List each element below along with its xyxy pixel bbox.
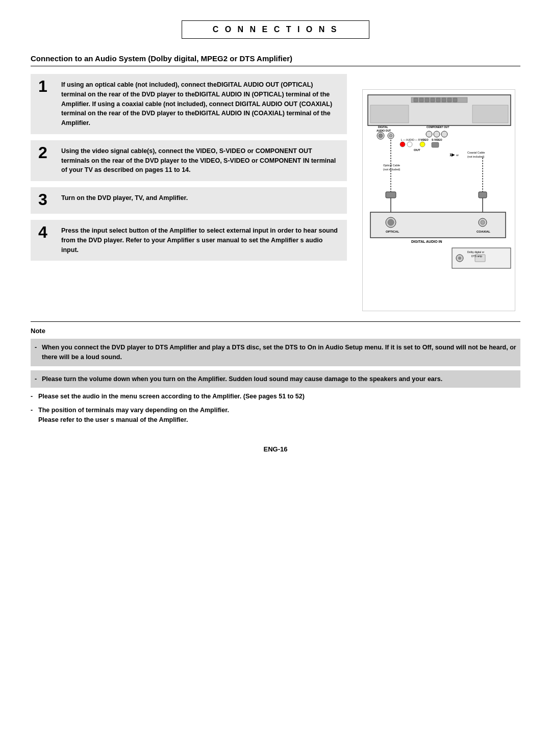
svg-point-24 [407,142,412,147]
svg-rect-4 [425,98,429,102]
page-header: C O N N E C T I O N S [31,20,520,39]
svg-point-20 [434,131,440,137]
svg-point-46 [481,220,485,224]
svg-text:or: or [456,154,459,157]
main-content: 1 If using an optical cable (not include… [31,74,520,311]
svg-text:VIDEO: VIDEO [420,138,429,141]
svg-text:COAXIAL: COAXIAL [477,230,490,233]
svg-text:Optical Cable: Optical Cable [383,164,400,167]
left-column: 1 If using an optical cable (not include… [31,74,347,311]
svg-text:OUT: OUT [414,148,420,152]
svg-text:Dolby digital or: Dolby digital or [467,250,484,254]
svg-rect-11 [472,105,508,123]
note-item-1: When you connect the DVD player to DTS A… [31,339,520,366]
svg-text:L — AUDIO — R: L — AUDIO — R [401,138,420,141]
svg-text:AUDIO OUT: AUDIO OUT [377,129,391,132]
svg-rect-9 [453,98,457,102]
svg-rect-6 [436,98,440,102]
svg-point-44 [388,219,394,225]
step-4-number: 4 [38,224,54,255]
svg-rect-39 [479,192,487,198]
right-column: DIGITAL AUDIO OUT COMPONENT OUT L — AUDI… [357,74,520,311]
step-4-text: Press the input select button of the Amp… [61,226,339,255]
svg-text:1▶: 1▶ [449,153,455,157]
step-1-block: 1 If using an optical cable (not include… [31,74,347,134]
svg-point-26 [420,142,425,147]
svg-rect-10 [370,105,409,123]
svg-rect-5 [431,98,435,102]
section-heading: Connection to an Audio System (Dolby dig… [31,54,520,66]
svg-point-23 [400,142,405,147]
step-4-block: 4 Press the input select button of the A… [31,220,347,261]
svg-rect-8 [447,98,452,102]
step-1-text: If using an optical cable (not included)… [61,80,339,128]
svg-point-19 [426,131,432,137]
svg-rect-28 [432,142,439,147]
connection-diagram: DIGITAL AUDIO OUT COMPONENT OUT L — AUDI… [362,89,515,311]
note-item-2: Please turn the volume down when you tur… [31,370,520,388]
note-item-4: The position of terminals may vary depen… [31,406,520,425]
step-3-text: Turn on the DVD player, TV, and Amplifie… [61,193,188,208]
page-number: ENG-16 [31,445,520,453]
step-2-block: 2 Using the video signal cable(s), conne… [31,140,347,181]
svg-text:DTS amp: DTS amp [471,255,482,258]
svg-text:COMPONENT OUT: COMPONENT OUT [427,125,449,129]
connections-title: C O N N E C T I O N S [182,20,370,39]
step-1-number: 1 [38,78,54,128]
svg-text:S-VIDEO: S-VIDEO [432,138,442,141]
step-2-text: Using the video signal cable(s), connect… [61,146,339,175]
svg-text:OPTICAL: OPTICAL [386,230,399,233]
step-3-block: 3 Turn on the DVD player, TV, and Amplif… [31,187,347,214]
note-list: When you connect the DVD player to DTS A… [31,339,520,425]
step-2-number: 2 [38,144,54,175]
svg-point-17 [389,134,392,137]
svg-text:Coaxial Cable: Coaxial Cable [467,151,485,154]
svg-rect-2 [414,98,418,102]
svg-text:(not included): (not included) [383,168,400,171]
svg-rect-38 [386,192,396,198]
note-item-3: Please set the audio in the menu screen … [31,392,520,401]
svg-point-52 [458,257,461,260]
svg-text:DIGITAL AUDIO IN: DIGITAL AUDIO IN [411,240,442,243]
svg-point-21 [441,131,447,137]
step-3-number: 3 [38,191,54,208]
note-section: Note When you connect the DVD player to … [31,321,520,425]
svg-rect-3 [419,98,423,102]
note-title: Note [31,327,520,335]
diagram-svg: DIGITAL AUDIO OUT COMPONENT OUT L — AUDI… [365,92,513,307]
svg-text:(not included): (not included) [467,155,484,158]
svg-point-15 [379,134,383,138]
svg-rect-7 [442,98,446,102]
svg-text:DIGITAL: DIGITAL [378,125,388,129]
